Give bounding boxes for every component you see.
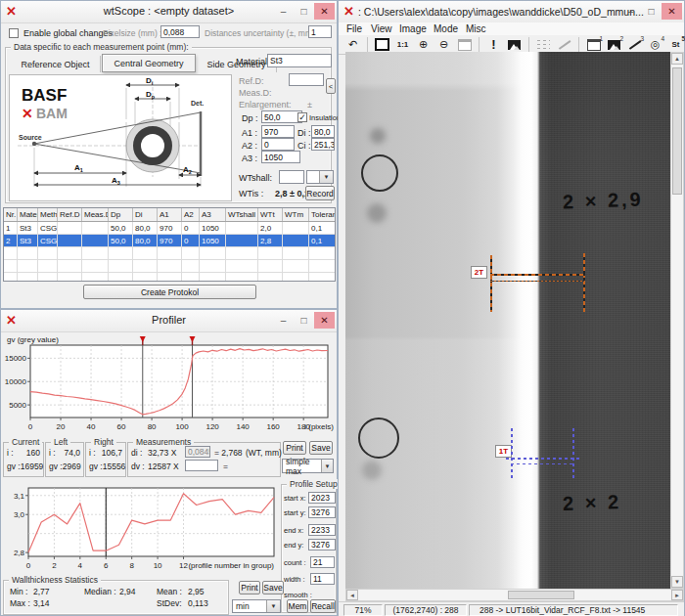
end-y-input[interactable]: 3276 bbox=[308, 539, 336, 550]
measure-1t-span-line[interactable] bbox=[506, 458, 579, 460]
measure-1t-right-line[interactable] bbox=[572, 428, 574, 481]
distances-uncertainty-input[interactable]: 1 bbox=[308, 25, 332, 38]
horizontal-scrollbar[interactable]: ◄ ► bbox=[345, 589, 684, 601]
maximize-button[interactable]: □ bbox=[294, 312, 314, 329]
record-button[interactable]: Record bbox=[305, 186, 335, 200]
a1-input[interactable]: 970 bbox=[261, 125, 295, 138]
measure-2t-span-line[interactable] bbox=[490, 274, 585, 276]
profile-mode-icon[interactable]: 3 bbox=[625, 36, 644, 53]
vertical-scroll-thumb[interactable] bbox=[672, 67, 682, 195]
zoom-in-icon[interactable]: ⊕ bbox=[414, 36, 433, 53]
wall-thickness-chart[interactable]: 0246810122,83,03,1(profile number in gro… bbox=[3, 482, 281, 576]
source-label: Source bbox=[19, 134, 42, 141]
menu-misc[interactable]: Misc bbox=[466, 23, 486, 34]
left-gv-value: 2969 bbox=[63, 462, 81, 471]
min-select[interactable]: min ▼ bbox=[232, 599, 281, 613]
table-cell: 1050 bbox=[200, 235, 226, 246]
alert-icon[interactable]: ! bbox=[484, 36, 503, 53]
image-mode-icon[interactable]: 2 bbox=[605, 36, 623, 53]
measure-2t-left-line[interactable] bbox=[490, 255, 492, 312]
back-button[interactable]: < bbox=[326, 78, 336, 94]
histogram-icon[interactable] bbox=[505, 36, 524, 53]
recall-button[interactable]: Recall bbox=[310, 599, 336, 613]
dv-factor-input[interactable] bbox=[185, 460, 218, 471]
print-button-2[interactable]: Print bbox=[239, 581, 260, 594]
empty-row[interactable] bbox=[4, 273, 335, 282]
undo-icon[interactable]: ↶ bbox=[343, 36, 362, 53]
zoom-out-icon[interactable]: ⊖ bbox=[434, 36, 453, 53]
close-button[interactable]: ✕ bbox=[314, 312, 335, 329]
print-button[interactable]: Print bbox=[283, 441, 306, 455]
tab-central-geometry[interactable]: Central Geometry bbox=[102, 54, 196, 72]
table-cell bbox=[226, 222, 258, 234]
marker-label-1t[interactable]: 1T bbox=[495, 445, 512, 458]
measurement-table[interactable]: Nr.MaterialMethodRef.DMeas.DDpDiA1A2A3WT… bbox=[3, 207, 336, 282]
measure-2t-right-line[interactable] bbox=[583, 253, 585, 312]
save-button-2[interactable]: Save bbox=[262, 581, 284, 594]
save-button[interactable]: Save bbox=[309, 441, 333, 455]
empty-row[interactable] bbox=[4, 260, 335, 273]
material-input[interactable]: St3 bbox=[267, 54, 332, 67]
mode-select[interactable]: simple max ▼ bbox=[282, 459, 334, 473]
pointer-mode-icon[interactable]: 1 bbox=[584, 36, 603, 53]
menu-image[interactable]: Image bbox=[399, 23, 427, 34]
circle-mode-icon[interactable]: ◎4 bbox=[646, 36, 664, 53]
insulation-checkbox[interactable]: ✓ bbox=[297, 112, 307, 122]
marker-label-2t[interactable]: 2T bbox=[471, 266, 487, 279]
width-input[interactable]: 11 bbox=[310, 573, 335, 585]
menu-view[interactable]: View bbox=[371, 23, 392, 34]
table-row[interactable]: 2St3CSG50,080,0970010502,80,1 bbox=[4, 235, 335, 247]
current-gv-label: gv : bbox=[7, 462, 21, 471]
pixelsize-input[interactable]: 0,088 bbox=[160, 25, 200, 38]
menu-file[interactable]: File bbox=[346, 23, 362, 34]
scroll-left-icon[interactable]: ◄ bbox=[346, 590, 358, 600]
a2-input[interactable]: 0 bbox=[261, 138, 295, 151]
pixelsize-label: Pixelsize (mm) : bbox=[103, 28, 161, 38]
di-input[interactable]: 80,0 bbox=[311, 125, 335, 138]
pixelsize-factor-input[interactable]: 0,08457 bbox=[185, 446, 210, 458]
column-header: A2 bbox=[182, 208, 200, 221]
minimize-button[interactable]: – bbox=[273, 3, 294, 20]
minimize-button[interactable]: – bbox=[620, 3, 641, 20]
refd-input[interactable] bbox=[289, 73, 324, 86]
a3-input[interactable]: 1050 bbox=[261, 151, 300, 163]
minimize-button[interactable]: – bbox=[273, 312, 294, 329]
maximize-button[interactable]: □ bbox=[294, 3, 314, 20]
one-to-one-icon[interactable]: 1:1 bbox=[393, 36, 412, 53]
xray-image[interactable]: 2T 1T 2 × 2,9 2 × 2 bbox=[345, 52, 670, 589]
statusbar: 71% (1762,2740) : 288 288 -> LUT16bit_Vi… bbox=[339, 601, 684, 616]
scroll-up-icon[interactable]: ▲ bbox=[671, 53, 683, 65]
close-button[interactable]: ✕ bbox=[662, 3, 682, 20]
close-button[interactable]: ✕ bbox=[314, 3, 335, 20]
dp-input[interactable]: 50,0 bbox=[261, 110, 302, 123]
column-header: A3 bbox=[200, 208, 226, 221]
table-cell bbox=[58, 235, 82, 246]
ci-input[interactable]: 251,3 bbox=[311, 138, 335, 151]
stats-mode-icon[interactable]: St5 bbox=[666, 36, 685, 53]
wtshall-dropdown[interactable]: ▼ bbox=[306, 170, 334, 184]
measure-1t-left-line[interactable] bbox=[511, 428, 513, 481]
scroll-right-icon[interactable]: ► bbox=[671, 590, 683, 600]
end-x-input[interactable]: 2233 bbox=[308, 524, 336, 536]
table-cell bbox=[283, 260, 309, 272]
maximize-button[interactable]: □ bbox=[641, 3, 662, 20]
scroll-down-icon[interactable]: ▼ bbox=[671, 576, 683, 588]
right-title: Right bbox=[91, 437, 116, 447]
enable-global-checkbox[interactable] bbox=[9, 28, 19, 38]
start-x-input[interactable]: 2023 bbox=[308, 492, 336, 504]
horizontal-scroll-thumb[interactable] bbox=[508, 591, 574, 599]
create-protokol-button[interactable]: Create Protokol bbox=[83, 285, 256, 299]
vertical-scrollbar[interactable]: ▲ ▼ bbox=[670, 52, 684, 589]
count-input[interactable]: 21 bbox=[310, 556, 335, 568]
mem-button[interactable]: Mem bbox=[287, 599, 308, 613]
empty-row[interactable] bbox=[4, 247, 335, 260]
wtshall-input[interactable] bbox=[279, 170, 304, 184]
table-cell: 970 bbox=[158, 222, 182, 234]
start-y-input[interactable]: 3276 bbox=[308, 506, 336, 518]
grey-value-chart[interactable]: 02040608010012014016018050001000015000i … bbox=[5, 335, 335, 435]
fit-image-icon[interactable] bbox=[373, 36, 391, 53]
table-row[interactable]: 1St3CSG50,080,0970010502,00,1 bbox=[4, 222, 335, 235]
table-cell bbox=[158, 273, 182, 282]
menu-mode[interactable]: Mode bbox=[434, 23, 458, 34]
tab-reference-object[interactable]: Reference Object bbox=[11, 56, 101, 72]
